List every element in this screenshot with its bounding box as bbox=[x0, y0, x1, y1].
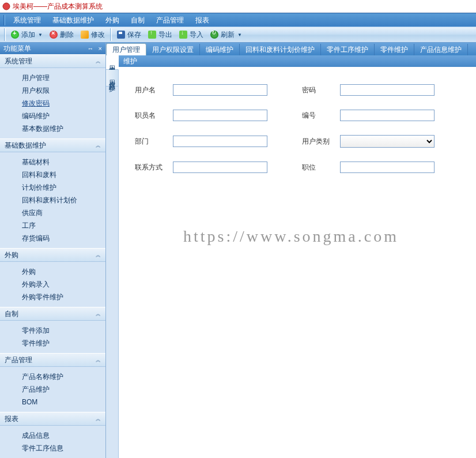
menubar: 系统管理 基础数据维护 外购 自制 产品管理 报表 bbox=[0, 13, 476, 27]
chevron-up-icon: ︽ bbox=[96, 356, 101, 364]
import-button[interactable]: 导入 bbox=[176, 29, 207, 41]
main-area: 用户管理用户权限设置编码维护回料和废料计划价维护零件工序维护零件维护产品信息维护… bbox=[106, 43, 476, 458]
menu-product[interactable]: 产品管理 bbox=[150, 13, 190, 27]
add-button[interactable]: 添加▼ bbox=[7, 29, 46, 41]
edit-icon bbox=[81, 31, 89, 39]
sidebar-item[interactable]: 成品信息 bbox=[0, 429, 105, 442]
tab[interactable]: 零件工序维护 bbox=[321, 44, 375, 55]
sidebar-item[interactable]: 零件添加 bbox=[0, 324, 105, 337]
close-icon[interactable]: × bbox=[99, 45, 102, 52]
dropdown-icon: ▼ bbox=[237, 32, 242, 37]
dept-label: 部门 bbox=[130, 137, 173, 147]
edit-button[interactable]: 修改 bbox=[77, 29, 108, 41]
refresh-button[interactable]: 刷新▼ bbox=[207, 29, 245, 41]
chevron-up-icon: ︽ bbox=[96, 415, 101, 423]
panel-title: 维护 bbox=[119, 55, 476, 67]
sidebar: 功能菜单 ↔ × 系统管理︽用户管理用户权限修改密码编码维护基本数据维护基础数据… bbox=[0, 43, 106, 458]
sidebar-item[interactable]: 产品名称维护 bbox=[0, 370, 105, 383]
menu-selfmade[interactable]: 自制 bbox=[125, 13, 150, 27]
delete-button[interactable]: 删除 bbox=[46, 29, 77, 41]
password-input[interactable] bbox=[340, 84, 435, 96]
accordion-header[interactable]: 外购︽ bbox=[0, 248, 105, 262]
usercat-label: 用户类别 bbox=[297, 137, 340, 147]
toolbar: 添加▼ 删除 修改 保存 导出 导入 刷新▼ bbox=[0, 27, 476, 43]
dept-input[interactable] bbox=[173, 136, 267, 147]
accordion-header[interactable]: 系统管理︽ bbox=[0, 54, 105, 68]
accordion-header[interactable]: 自制︽ bbox=[0, 307, 105, 321]
sidebar-item[interactable]: 外购录入 bbox=[0, 278, 105, 291]
sidebar-item[interactable]: 外购零件维护 bbox=[0, 291, 105, 303]
toolbar-grip bbox=[4, 28, 6, 41]
password-label: 密码 bbox=[297, 85, 340, 95]
sidebar-item[interactable]: 回料和废料 bbox=[0, 168, 105, 181]
accordion-title: 产品管理 bbox=[5, 355, 32, 365]
delete-icon bbox=[50, 31, 58, 39]
sidebar-item[interactable]: 外购 bbox=[0, 265, 105, 278]
sidebar-item[interactable]: 基础材料 bbox=[0, 156, 105, 168]
menu-report[interactable]: 报表 bbox=[190, 13, 215, 27]
sidebar-item[interactable]: 计划价维护 bbox=[0, 181, 105, 194]
chevron-up-icon: ︽ bbox=[96, 142, 101, 149]
app-icon bbox=[2, 2, 10, 10]
accordion-title: 自制 bbox=[5, 309, 18, 319]
sidebar-item[interactable]: 产品维护 bbox=[0, 383, 105, 396]
sidebar-item[interactable]: 修改密码 bbox=[0, 97, 105, 110]
vertical-tabs: 用户管理用户信息维护 bbox=[106, 55, 119, 458]
export-label: 导出 bbox=[158, 30, 172, 40]
accordion-header[interactable]: 报表︽ bbox=[0, 412, 105, 426]
dropdown-icon: ▼ bbox=[38, 32, 43, 37]
accordion-title: 基础数据维护 bbox=[5, 141, 46, 151]
usercat-select[interactable] bbox=[340, 135, 435, 148]
accordion-header[interactable]: 基础数据维护︽ bbox=[0, 138, 105, 152]
accordion-title: 报表 bbox=[5, 414, 18, 424]
tab[interactable]: 回料和废料计划价维护 bbox=[240, 44, 321, 55]
chevron-up-icon: ︽ bbox=[96, 251, 101, 259]
menu-outsource[interactable]: 外购 bbox=[100, 13, 125, 27]
sidebar-header: 功能菜单 ↔ × bbox=[0, 43, 105, 54]
import-label: 导入 bbox=[190, 30, 203, 40]
chevron-up-icon: ︽ bbox=[96, 58, 101, 65]
vertical-tab[interactable]: 用户信息维护 bbox=[106, 70, 118, 87]
accordion-header[interactable]: 产品管理︽ bbox=[0, 353, 105, 367]
code-input[interactable] bbox=[340, 110, 435, 121]
menu-basedata[interactable]: 基础数据维护 bbox=[47, 13, 100, 27]
add-label: 添加 bbox=[21, 30, 35, 40]
username-input[interactable] bbox=[173, 84, 267, 96]
position-input[interactable] bbox=[340, 162, 435, 173]
sidebar-item[interactable]: 基本数据维护 bbox=[0, 122, 105, 135]
sidebar-item[interactable]: 工序 bbox=[0, 219, 105, 232]
sidebar-item[interactable]: 零件维护 bbox=[0, 337, 105, 350]
export-button[interactable]: 导出 bbox=[145, 29, 176, 41]
sidebar-item[interactable]: 零件工序信息 bbox=[0, 442, 105, 455]
tab[interactable]: 用户管理 bbox=[106, 43, 146, 55]
save-icon bbox=[117, 31, 125, 39]
sidebar-item[interactable]: 用户权限 bbox=[0, 84, 105, 97]
contact-label: 联系方式 bbox=[130, 163, 173, 172]
sidebar-item[interactable]: 编码维护 bbox=[0, 110, 105, 122]
toolbar-sep bbox=[110, 28, 112, 41]
position-label: 职位 bbox=[297, 163, 340, 172]
contact-input[interactable] bbox=[173, 162, 267, 173]
tab[interactable]: 零件维护 bbox=[375, 44, 414, 55]
menubar-grip bbox=[3, 15, 5, 25]
sidebar-item[interactable]: 供应商 bbox=[0, 207, 105, 219]
accordion-title: 系统管理 bbox=[5, 57, 32, 66]
tabbar: 用户管理用户权限设置编码维护回料和废料计划价维护零件工序维护零件维护产品信息维护 bbox=[106, 43, 476, 55]
edit-label: 修改 bbox=[91, 30, 105, 40]
tab[interactable]: 产品信息维护 bbox=[414, 44, 468, 55]
sidebar-item[interactable]: 存货编码 bbox=[0, 232, 105, 245]
save-button[interactable]: 保存 bbox=[114, 29, 145, 41]
sidebar-item[interactable]: 用户管理 bbox=[0, 72, 105, 84]
pin-icon[interactable]: ↔ bbox=[88, 45, 94, 52]
tab[interactable]: 编码维护 bbox=[200, 44, 240, 55]
save-label: 保存 bbox=[127, 30, 141, 40]
staffname-input[interactable] bbox=[173, 110, 267, 121]
staffname-label: 职员名 bbox=[130, 111, 173, 121]
refresh-icon bbox=[210, 31, 218, 39]
export-icon bbox=[148, 31, 156, 39]
sidebar-item[interactable]: 回料和废料计划价 bbox=[0, 194, 105, 207]
sidebar-item[interactable]: BOM bbox=[0, 396, 105, 408]
menu-system[interactable]: 系统管理 bbox=[7, 13, 47, 27]
vertical-tab[interactable]: 用户管理 bbox=[106, 55, 119, 70]
tab[interactable]: 用户权限设置 bbox=[146, 44, 200, 55]
